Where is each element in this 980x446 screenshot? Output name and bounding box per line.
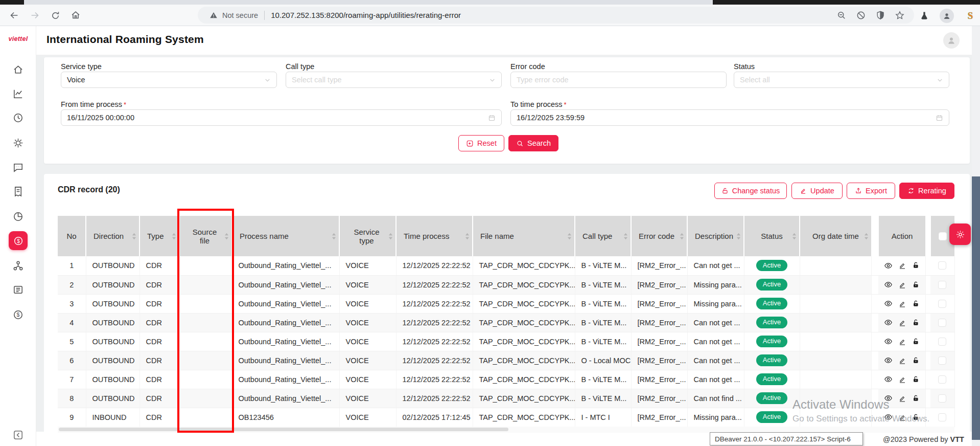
edit-icon[interactable] — [898, 261, 906, 270]
sidebar-collapse-icon[interactable] — [12, 429, 24, 441]
error-code-input[interactable]: Type error code — [510, 72, 727, 88]
cell-status: Active — [744, 275, 800, 294]
row-checkbox[interactable] — [938, 319, 946, 327]
edit-icon[interactable] — [898, 338, 906, 346]
update-button[interactable]: Update — [791, 183, 843, 199]
cell-call-type: B - ViLTE M... — [575, 389, 631, 408]
sidebar-item-news[interactable] — [12, 284, 24, 296]
back-icon[interactable] — [7, 8, 21, 23]
search-button[interactable]: Search — [508, 135, 558, 151]
status-select[interactable]: Select all — [734, 72, 949, 88]
cell-direction: OUTBOUND — [86, 294, 139, 313]
edit-icon[interactable] — [898, 300, 906, 308]
blocked-content-icon[interactable] — [856, 10, 866, 20]
lock-icon[interactable] — [912, 356, 920, 365]
row-checkbox[interactable] — [938, 281, 946, 289]
col-header-org-date-time[interactable]: Org date time — [800, 216, 871, 256]
browser-profile-avatar[interactable] — [939, 8, 954, 24]
bookmark-star-icon[interactable] — [895, 10, 905, 20]
row-checkbox[interactable] — [938, 394, 946, 403]
lock-icon[interactable] — [912, 300, 920, 308]
lock-icon[interactable] — [912, 281, 920, 289]
row-checkbox[interactable] — [938, 261, 946, 270]
service-type-select[interactable]: Voice — [61, 72, 277, 88]
sidebar-item-rating-config[interactable] — [12, 137, 24, 149]
change-status-button[interactable]: Change status — [714, 183, 787, 199]
sidebar-item-statistics[interactable] — [12, 211, 24, 222]
lock-icon[interactable] — [912, 261, 920, 270]
edit-icon[interactable] — [898, 413, 906, 421]
cell-description: Can not get ... — [687, 313, 744, 332]
view-icon[interactable] — [884, 318, 893, 327]
home-icon[interactable] — [68, 8, 83, 23]
lock-icon[interactable] — [912, 375, 920, 384]
forward-icon[interactable] — [28, 8, 42, 23]
edit-icon[interactable] — [898, 356, 906, 365]
view-icon[interactable] — [884, 394, 893, 403]
edit-icon[interactable] — [898, 375, 906, 384]
lock-icon[interactable] — [912, 319, 920, 327]
cell-time-process: 12/12/2025 22:22:52 — [396, 351, 473, 370]
col-header-call-type[interactable]: Call type — [575, 216, 631, 256]
sidebar-item-messages[interactable] — [12, 162, 24, 173]
cell-type: CDR — [139, 256, 179, 275]
page-scrollbar-thumb[interactable] — [972, 176, 980, 440]
cell-process-name: Outbound_Rating_Viettel_... — [232, 256, 339, 275]
view-icon[interactable] — [884, 413, 893, 421]
settings-fab[interactable] — [949, 224, 971, 245]
view-icon[interactable] — [884, 375, 893, 384]
user-avatar[interactable] — [943, 32, 960, 49]
sidebar-item-utilities-active[interactable]: $ — [9, 231, 28, 250]
col-header-source-file[interactable]: Source file — [179, 216, 232, 256]
view-icon[interactable] — [884, 356, 893, 365]
rerating-button[interactable]: Rerating — [899, 183, 954, 199]
svg-text:$: $ — [17, 311, 20, 318]
from-time-input[interactable]: 16/11/2025 00:00:00 — [61, 109, 502, 126]
edit-icon[interactable] — [898, 319, 906, 327]
col-header-description[interactable]: Description — [687, 216, 744, 256]
lock-icon[interactable] — [912, 394, 920, 403]
row-checkbox[interactable] — [938, 300, 946, 308]
view-icon[interactable] — [884, 280, 893, 289]
select-all-checkbox[interactable] — [939, 232, 947, 240]
reset-button[interactable]: Reset — [458, 135, 504, 151]
col-header-process-name[interactable]: Process name — [232, 216, 339, 256]
reload-icon[interactable] — [48, 8, 62, 23]
sidebar-item-workflow[interactable] — [12, 260, 24, 272]
col-header-time-process[interactable]: Time process — [396, 216, 473, 256]
row-checkbox[interactable] — [938, 413, 946, 421]
sort-icon — [680, 232, 684, 240]
extension-s-icon[interactable]: S — [963, 8, 978, 24]
cell-select — [930, 389, 954, 408]
cell-status: Active — [744, 370, 800, 389]
flask-extension-icon[interactable] — [917, 8, 932, 24]
shield-icon[interactable] — [875, 10, 885, 20]
edit-icon[interactable] — [898, 394, 906, 403]
view-icon[interactable] — [884, 299, 893, 308]
row-checkbox[interactable] — [938, 375, 946, 384]
zoom-out-icon[interactable] — [836, 10, 847, 20]
export-button[interactable]: Export — [847, 183, 895, 199]
col-header-direction[interactable]: Direction — [86, 216, 139, 256]
sidebar-item-home[interactable] — [12, 64, 24, 76]
col-header-error-code[interactable]: Error code — [631, 216, 687, 256]
sidebar-item-invoices[interactable] — [12, 186, 24, 197]
view-icon[interactable] — [884, 261, 893, 270]
sidebar-item-monitoring[interactable] — [12, 112, 24, 124]
row-checkbox[interactable] — [938, 338, 946, 346]
scrollbar-thumb[interactable] — [59, 428, 508, 431]
lock-icon[interactable] — [912, 338, 920, 346]
edit-icon[interactable] — [898, 281, 906, 289]
view-icon[interactable] — [884, 337, 893, 346]
col-header-service-type[interactable]: Service type — [339, 216, 396, 256]
call-type-select[interactable]: Select call type — [286, 72, 502, 88]
lock-icon[interactable] — [912, 413, 920, 421]
col-header-file-name[interactable]: File name — [473, 216, 575, 256]
sidebar-item-billing[interactable]: $ — [12, 309, 24, 321]
sidebar-item-reports[interactable] — [12, 88, 24, 100]
col-header-status[interactable]: Status — [744, 216, 800, 256]
address-bar[interactable]: Not secure 10.207.252.135:8200/roaming-a… — [198, 7, 914, 24]
row-checkbox[interactable] — [938, 356, 946, 365]
to-time-input[interactable]: 16/12/2025 23:59:59 — [510, 109, 949, 126]
col-header-type[interactable]: Type — [139, 216, 179, 256]
